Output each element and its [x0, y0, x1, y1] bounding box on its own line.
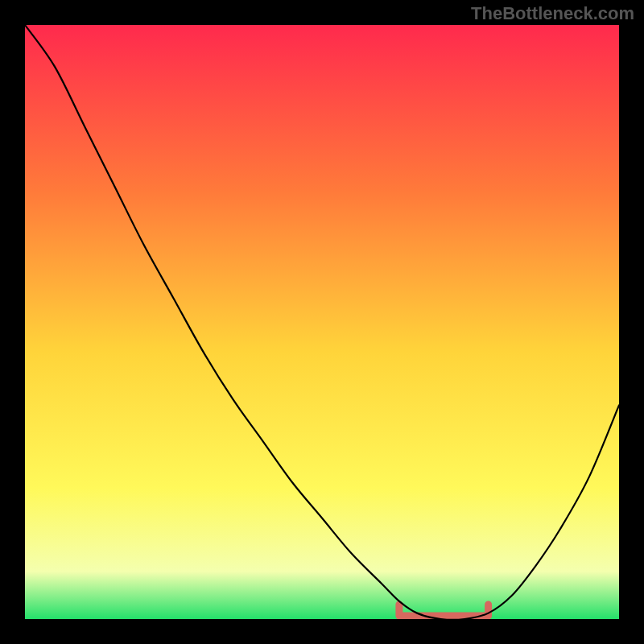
- gradient-background: [25, 25, 619, 619]
- plot-area: [25, 25, 619, 619]
- chart-container: TheBottleneck.com: [0, 0, 644, 644]
- chart-svg: [25, 25, 619, 619]
- watermark-text: TheBottleneck.com: [471, 3, 634, 24]
